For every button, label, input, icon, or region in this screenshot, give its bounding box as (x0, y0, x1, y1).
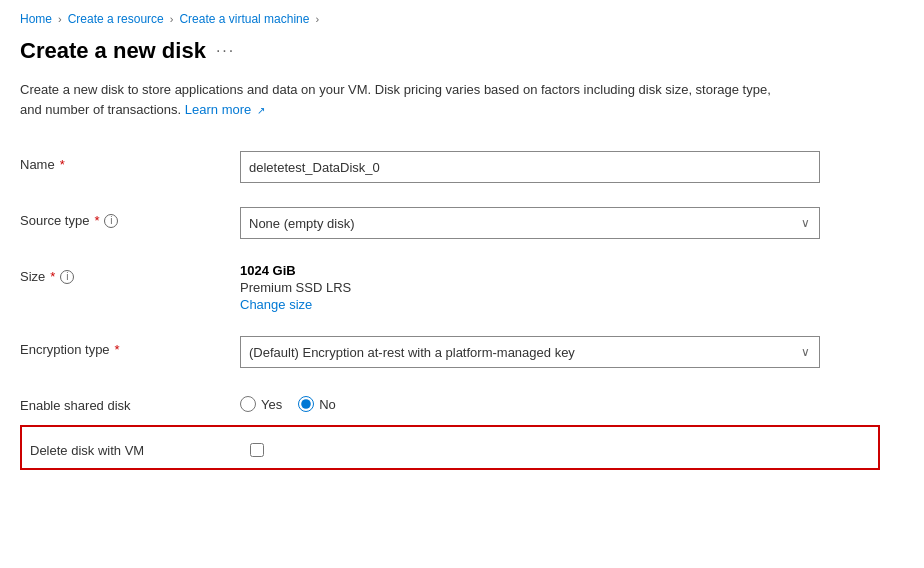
shared-disk-field: Yes No (240, 392, 880, 412)
breadcrumb-separator-1: › (58, 13, 62, 25)
encryption-type-select-wrapper: (Default) Encryption at-rest with a plat… (240, 336, 820, 368)
breadcrumb-separator-2: › (170, 13, 174, 25)
breadcrumb-create-vm[interactable]: Create a virtual machine (179, 12, 309, 26)
learn-more-link[interactable]: Learn more ↗ (185, 102, 265, 117)
breadcrumb-create-resource[interactable]: Create a resource (68, 12, 164, 26)
size-label: Size * i (20, 263, 240, 284)
encryption-type-row: Encryption type * (Default) Encryption a… (20, 324, 880, 380)
source-type-select[interactable]: None (empty disk) Snapshot Storage blob … (240, 207, 820, 239)
source-type-row: Source type * i None (empty disk) Snapsh… (20, 195, 880, 251)
encryption-type-select[interactable]: (Default) Encryption at-rest with a plat… (240, 336, 820, 368)
breadcrumb-separator-3: › (315, 13, 319, 25)
size-required-star: * (50, 269, 55, 284)
description-body: Create a new disk to store applications … (20, 82, 771, 117)
shared-disk-label: Enable shared disk (20, 392, 240, 413)
size-row: Size * i 1024 GiB Premium SSD LRS Change… (20, 251, 880, 324)
size-value: 1024 GiB (240, 263, 880, 278)
shared-disk-no-radio[interactable] (298, 396, 314, 412)
encryption-type-label: Encryption type * (20, 336, 240, 357)
size-info-icon[interactable]: i (60, 270, 74, 284)
delete-disk-field (250, 437, 870, 457)
breadcrumb: Home › Create a resource › Create a virt… (0, 0, 924, 32)
source-type-select-wrapper: None (empty disk) Snapshot Storage blob … (240, 207, 820, 239)
name-field (240, 151, 880, 183)
change-size-link[interactable]: Change size (240, 297, 880, 312)
source-type-info-icon[interactable]: i (104, 214, 118, 228)
name-required-star: * (60, 157, 65, 172)
shared-disk-radio-group: Yes No (240, 392, 880, 412)
name-row: Name * (20, 139, 880, 195)
shared-disk-row: Enable shared disk Yes No (20, 380, 880, 425)
external-link-icon: ↗ (257, 103, 265, 118)
page-title: Create a new disk (20, 38, 206, 64)
shared-disk-no-label: No (319, 397, 336, 412)
delete-disk-row: Delete disk with VM (20, 425, 880, 470)
name-input[interactable] (240, 151, 820, 183)
encryption-type-field: (Default) Encryption at-rest with a plat… (240, 336, 880, 368)
more-options-button[interactable]: ··· (216, 42, 235, 60)
source-type-label: Source type * i (20, 207, 240, 228)
source-type-field: None (empty disk) Snapshot Storage blob … (240, 207, 880, 239)
form-container: Name * Source type * i None (empty disk)… (0, 139, 900, 470)
shared-disk-yes-label: Yes (261, 397, 282, 412)
size-type: Premium SSD LRS (240, 280, 880, 295)
description-text: Create a new disk to store applications … (0, 80, 800, 139)
shared-disk-yes-radio[interactable] (240, 396, 256, 412)
breadcrumb-home[interactable]: Home (20, 12, 52, 26)
source-type-required-star: * (94, 213, 99, 228)
name-label: Name * (20, 151, 240, 172)
delete-disk-label: Delete disk with VM (30, 437, 250, 458)
delete-disk-checkbox[interactable] (250, 443, 264, 457)
encryption-required-star: * (115, 342, 120, 357)
page-header: Create a new disk ··· (0, 32, 924, 80)
size-field: 1024 GiB Premium SSD LRS Change size (240, 263, 880, 312)
shared-disk-no-option[interactable]: No (298, 396, 336, 412)
shared-disk-yes-option[interactable]: Yes (240, 396, 282, 412)
